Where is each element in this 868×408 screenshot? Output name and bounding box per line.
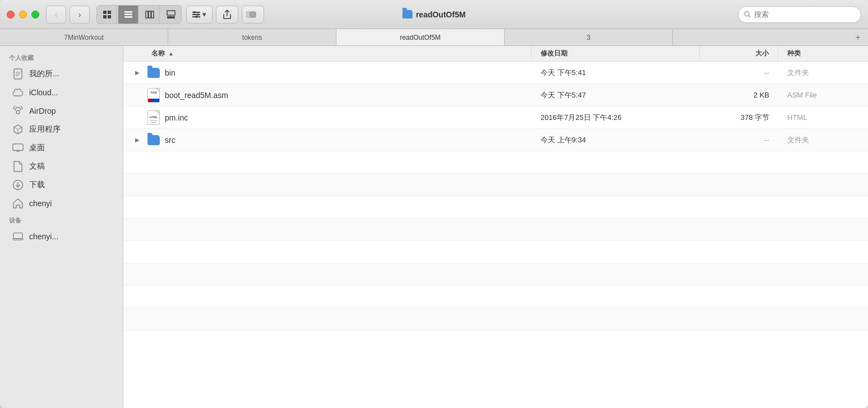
file-name: boot_read5M.asm [165, 91, 228, 100]
svg-point-21 [745, 11, 749, 16]
sidebar-item-documents[interactable]: 文稿 [3, 157, 119, 175]
sidebar-item-label: AirDrop [29, 106, 56, 115]
arrange-button[interactable]: ▾ [186, 6, 213, 24]
empty-row [123, 308, 868, 331]
sidebar-item-icloud[interactable]: iCloud... [3, 84, 119, 101]
cover-flow-icon [167, 10, 176, 19]
title-text: readOutOf5M [416, 10, 466, 19]
minimize-button[interactable] [19, 11, 27, 18]
asm-file-icon: ASM [147, 89, 160, 102]
empty-row [123, 219, 868, 241]
file-list-header: 名称 ▲ 修改日期 大小 种类 [123, 46, 868, 62]
favorites-section-title: 个人收藏 [0, 50, 123, 64]
breadcrumb-bar: 7MinWorkout tokens readOutOf5M 3 + [0, 29, 868, 46]
svg-rect-9 [151, 11, 154, 18]
file-size: -- [700, 136, 778, 144]
breadcrumb-tab-readoutof5m[interactable]: readOutOf5M [336, 29, 505, 45]
arrange-dropdown-icon: ▾ [202, 10, 206, 18]
devices-section-title: 设备 [0, 213, 123, 227]
list-view-button[interactable] [118, 6, 138, 24]
file-size: 378 字节 [700, 113, 778, 123]
empty-row [123, 286, 868, 308]
table-row[interactable]: ▶ HTML pm.inc 2016年7月25日 下午4:26 378 字节 H… [123, 106, 868, 129]
file-kind: 文件夹 [778, 68, 868, 78]
traffic-lights [7, 11, 39, 18]
doc2-icon [12, 161, 24, 172]
table-row[interactable]: ▶ bin 今天 下午5:41 -- 文件夹 [123, 62, 868, 84]
breadcrumb-tab-3[interactable]: 3 [505, 29, 673, 45]
file-name-cell: ▶ src [123, 133, 532, 147]
file-list: 名称 ▲ 修改日期 大小 种类 ▶ [123, 46, 868, 408]
close-button[interactable] [7, 11, 15, 18]
svg-rect-2 [103, 15, 107, 18]
nav-buttons: ‹ › [46, 6, 90, 24]
file-kind: ASM File [778, 91, 868, 99]
cover-flow-button[interactable] [161, 6, 181, 24]
svg-rect-1 [108, 11, 111, 14]
svg-rect-3 [108, 15, 111, 18]
file-name: bin [165, 68, 176, 77]
column-view-icon [145, 10, 154, 19]
tag-button[interactable] [242, 6, 264, 24]
forward-button[interactable]: › [70, 6, 90, 24]
empty-row [123, 241, 868, 263]
file-size: 2 KB [700, 91, 778, 99]
breadcrumb-tab-7minworkout[interactable]: 7MinWorkout [0, 29, 168, 45]
table-row[interactable]: ▶ ASM boot_read5M.asm 今天 下午5:47 2 KB ASM… [123, 84, 868, 106]
sidebar-item-desktop[interactable]: 桌面 [3, 139, 119, 157]
svg-rect-10 [167, 11, 175, 15]
column-header-date[interactable]: 修改日期 [532, 46, 700, 61]
sidebar-item-my-all[interactable]: 我的所... [3, 65, 119, 83]
main-content: 个人收藏 我的所... [0, 46, 868, 408]
list-view-icon [124, 10, 133, 19]
file-name-cell: ▶ bin [123, 66, 532, 80]
table-row[interactable]: ▶ src 今天 上午9:34 -- 文件夹 [123, 129, 868, 151]
sidebar-item-label: 文稿 [29, 161, 45, 171]
arrange-icon [192, 11, 200, 18]
svg-point-18 [195, 16, 197, 18]
column-header-size[interactable]: 大小 [700, 46, 778, 61]
back-button[interactable]: ‹ [46, 6, 66, 24]
expand-button[interactable]: ▶ [132, 135, 142, 145]
svg-line-22 [749, 16, 750, 17]
sidebar-item-label: 我的所... [29, 69, 59, 79]
titlebar: ‹ › [0, 0, 868, 29]
file-kind: HTML [778, 113, 868, 122]
svg-rect-5 [124, 13, 132, 15]
file-name-cell: ▶ HTML pm.inc [123, 111, 532, 124]
svg-rect-20 [250, 12, 256, 17]
column-header-name[interactable]: 名称 ▲ [123, 46, 532, 61]
file-date: 2016年7月25日 下午4:26 [532, 113, 700, 123]
apps-icon [12, 124, 24, 135]
share-icon [223, 10, 232, 20]
airdrop-icon [12, 105, 24, 117]
maximize-button[interactable] [31, 11, 39, 18]
expand-button[interactable]: ▶ [132, 68, 142, 78]
search-input[interactable] [754, 10, 855, 18]
sidebar-item-airdrop[interactable]: AirDrop [3, 102, 119, 120]
add-tab-button[interactable]: + [848, 29, 868, 45]
window-title: readOutOf5M [403, 10, 466, 19]
sidebar-item-chenyi[interactable]: chenyi [3, 194, 119, 212]
search-box[interactable] [738, 6, 861, 23]
sidebar: 个人收藏 我的所... [0, 46, 123, 408]
sidebar-item-label: iCloud... [29, 88, 58, 97]
empty-row [123, 174, 868, 196]
empty-row [123, 151, 868, 174]
sidebar-item-label: 应用程序 [29, 124, 61, 135]
sidebar-item-label: 桌面 [29, 143, 45, 153]
icon-view-icon [103, 10, 112, 19]
cloud-icon [12, 87, 24, 98]
column-view-button[interactable] [140, 6, 160, 24]
sidebar-item-downloads[interactable]: 下载 [3, 176, 119, 194]
sidebar-item-applications[interactable]: 应用程序 [3, 120, 119, 138]
file-name: src [165, 136, 176, 145]
column-header-kind: 种类 [778, 46, 868, 61]
breadcrumb-tab-tokens[interactable]: tokens [168, 29, 336, 45]
view-controls [96, 5, 182, 24]
svg-rect-8 [149, 11, 151, 18]
icon-view-button[interactable] [97, 6, 117, 24]
sidebar-item-label: 下载 [29, 180, 45, 190]
sidebar-item-chenyi-device[interactable]: chenyi... [3, 228, 119, 245]
share-button[interactable] [216, 6, 238, 24]
